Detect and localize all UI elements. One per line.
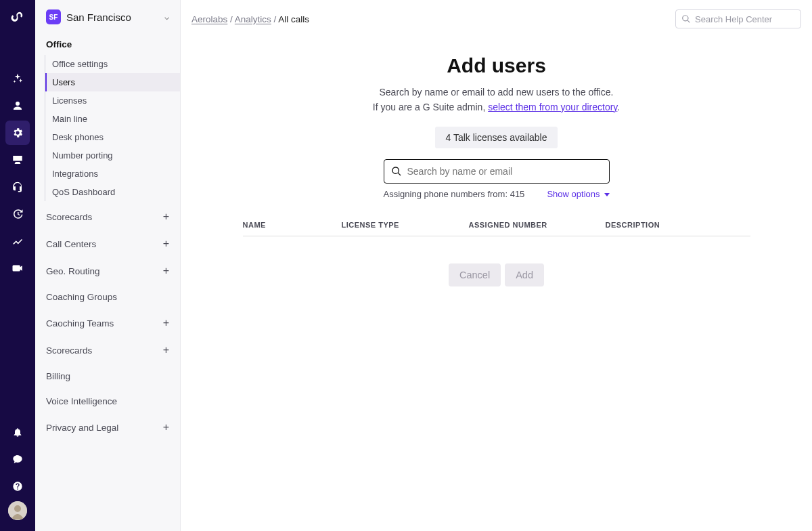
help-search-placeholder: Search Help Center bbox=[695, 14, 772, 24]
section-geo-routing[interactable]: Geo. Routing+ bbox=[35, 259, 180, 282]
section-label: Privacy and Legal bbox=[46, 423, 118, 433]
sidebar-item-integrations[interactable]: Integrations bbox=[45, 165, 180, 183]
sidebar-item-users[interactable]: Users bbox=[45, 73, 180, 91]
search-icon bbox=[681, 14, 691, 24]
section-label: Voice Intelligence bbox=[46, 396, 117, 406]
crumb-current: All calls bbox=[278, 14, 309, 24]
user-search-wrap[interactable] bbox=[384, 159, 610, 184]
plus-icon: + bbox=[163, 238, 169, 250]
section-label: Coaching Groups bbox=[46, 292, 117, 302]
assign-from-label: Assigning phone numbers from: 415 bbox=[384, 189, 525, 199]
nav-present[interactable] bbox=[5, 148, 30, 172]
section-call-centers[interactable]: Call Centers+ bbox=[35, 232, 180, 255]
section-label: Geo. Routing bbox=[46, 266, 100, 276]
show-options-link[interactable]: Show options bbox=[547, 189, 609, 199]
sidebar-item-licenses[interactable]: Licenses bbox=[45, 91, 180, 110]
nav-chat[interactable] bbox=[5, 447, 30, 471]
section-scorecards[interactable]: Scorecards+ bbox=[35, 205, 180, 228]
caret-down-icon bbox=[604, 193, 610, 196]
sidebar-item-main-line[interactable]: Main line bbox=[45, 110, 180, 128]
page-sub2: If you are a G Suite admin, select them … bbox=[181, 100, 812, 115]
section-label: Scorecards bbox=[46, 212, 92, 222]
sidebar-item-office-settings[interactable]: Office settings bbox=[45, 55, 180, 73]
nav-person[interactable] bbox=[5, 93, 30, 118]
sidebar-item-desk-phones[interactable]: Desk phones bbox=[45, 128, 180, 146]
page-sub1: Search by name or email to add new users… bbox=[181, 85, 812, 100]
nav-gear[interactable] bbox=[5, 121, 30, 145]
col-description: DESCRIPTION bbox=[606, 221, 750, 229]
avatar[interactable] bbox=[8, 501, 27, 520]
section-scorecards-2[interactable]: Scorecards+ bbox=[35, 339, 180, 362]
section-privacy[interactable]: Privacy and Legal+ bbox=[35, 416, 180, 439]
plus-icon: + bbox=[163, 317, 169, 329]
plus-icon: + bbox=[163, 211, 169, 223]
nav-video[interactable] bbox=[5, 256, 30, 280]
sidebar-item-qos-dashboard[interactable]: QoS Dashboard bbox=[45, 183, 180, 201]
section-billing[interactable]: Billing bbox=[35, 366, 180, 387]
breadcrumb: Aerolabs / Analytics / All calls bbox=[191, 14, 670, 24]
page-title: Add users bbox=[181, 54, 812, 77]
section-label: Scorecards bbox=[46, 345, 92, 356]
section-label: Call Centers bbox=[46, 239, 96, 249]
office-name: San Francisco bbox=[66, 12, 159, 23]
cancel-button[interactable]: Cancel bbox=[449, 263, 501, 286]
plus-icon: + bbox=[163, 344, 169, 356]
select-directory-link[interactable]: select them from your directory bbox=[488, 102, 617, 112]
col-license: LICENSE TYPE bbox=[342, 221, 469, 229]
page-sub2-tail: . bbox=[617, 102, 620, 112]
col-assigned-number: ASSIGNED NUMBER bbox=[469, 221, 606, 229]
office-badge: SF bbox=[46, 9, 61, 24]
page-sub2-pre: If you are a G Suite admin, bbox=[373, 102, 488, 112]
crumb-aerolabs[interactable]: Aerolabs bbox=[191, 14, 227, 24]
sidebar-item-number-porting[interactable]: Number porting bbox=[45, 146, 180, 165]
section-coaching-groups[interactable]: Coaching Groups bbox=[35, 286, 180, 307]
office-switcher[interactable]: SF San Francisco ⌵ bbox=[35, 0, 180, 34]
nav-trend[interactable] bbox=[5, 229, 30, 253]
plus-icon: + bbox=[163, 265, 169, 277]
section-label: Billing bbox=[46, 371, 70, 381]
logo bbox=[9, 9, 26, 26]
nav-sparkle[interactable] bbox=[5, 66, 30, 91]
section-coaching-teams[interactable]: Caoching Teams+ bbox=[35, 312, 180, 335]
add-button[interactable]: Add bbox=[505, 263, 544, 286]
nav-headset[interactable] bbox=[5, 175, 30, 199]
help-search[interactable]: Search Help Center bbox=[675, 9, 801, 28]
section-label: Caoching Teams bbox=[46, 318, 114, 328]
show-options-label: Show options bbox=[547, 189, 600, 199]
nav-bell[interactable] bbox=[5, 420, 30, 444]
section-office-label: Office bbox=[46, 39, 72, 49]
section-office[interactable]: Office bbox=[35, 34, 180, 55]
crumb-analytics[interactable]: Analytics bbox=[235, 14, 271, 24]
chevron-down-icon: ⌵ bbox=[164, 12, 169, 22]
plus-icon: + bbox=[163, 421, 169, 433]
license-pill: 4 Talk licenses available bbox=[435, 127, 558, 148]
users-table-header: NAME LICENSE TYPE ASSIGNED NUMBER DESCRI… bbox=[243, 221, 750, 236]
search-icon bbox=[391, 166, 402, 177]
section-voice-intel[interactable]: Voice Intelligence bbox=[35, 391, 180, 412]
nav-history[interactable] bbox=[5, 202, 30, 226]
svg-point-1 bbox=[14, 505, 21, 512]
col-name: NAME bbox=[243, 221, 342, 229]
user-search-input[interactable] bbox=[407, 166, 602, 177]
nav-help[interactable] bbox=[5, 474, 30, 498]
